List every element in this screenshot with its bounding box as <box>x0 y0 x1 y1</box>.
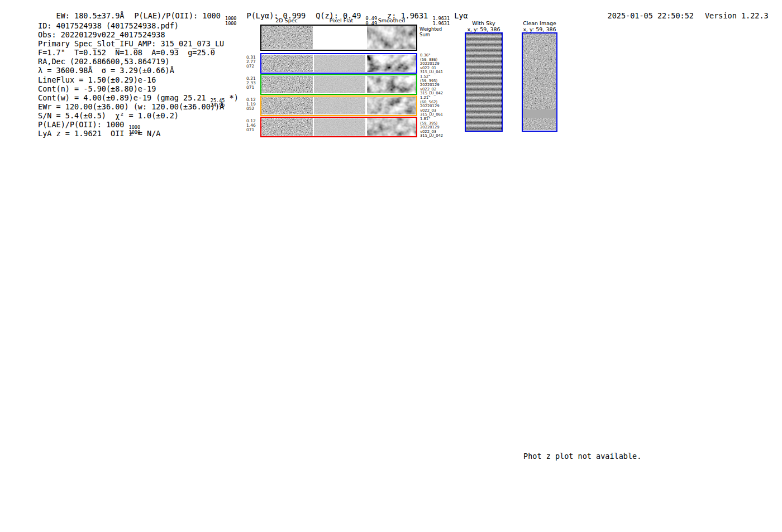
noise-svg <box>261 97 313 114</box>
spec2d-image <box>261 97 313 114</box>
spec2d-row-left-labels: 0.121.46071 <box>246 119 259 132</box>
fiber-weight-label: 071 <box>246 85 259 90</box>
info-line: RA,Dec (202.686600,53.864719) <box>38 57 239 66</box>
spec2d-row-left-labels: 0.212.33071 <box>246 76 259 90</box>
pixelflat-image <box>314 97 365 114</box>
clean-image-sky-band <box>523 109 556 118</box>
noise-svg <box>314 76 365 93</box>
header-plae-label: P(LAE)/P(OII): 1000 <box>134 11 220 20</box>
with-sky-image <box>465 32 503 132</box>
elixer-report-page: EW: 180.5±37.9ÅP(LAE)/P(OII): 1000 10001… <box>0 0 782 532</box>
info-line: Obs: 20220129v022_4017524938 <box>38 30 239 39</box>
smoothed-image <box>367 26 416 49</box>
noise-svg <box>261 26 313 49</box>
fiber-weight-label: 071 <box>246 128 259 132</box>
sky-panel-coords: x, y: 59, 386 <box>467 26 500 32</box>
noise-svg <box>367 97 416 114</box>
pixelflat-image <box>314 55 365 72</box>
detection-info-block: ID: 4017524938 (4017524938.pdf)Obs: 2022… <box>38 21 239 138</box>
info-line: S/N = 5.4(±0.5) χ² = 1.0(±0.2) <box>38 111 239 120</box>
with-sky-noise <box>466 33 501 130</box>
info-line: LineFlux = 1.50(±0.29)e-16 <box>38 75 239 84</box>
sky-panel-coords: x, y: 59, 386 <box>523 26 556 32</box>
smoothed-image <box>367 76 416 93</box>
info-line-post: *) <box>225 93 238 102</box>
header-line-name: Lyα <box>454 11 468 20</box>
header-version: Version 1.22.3 <box>705 11 769 20</box>
smoothed-image <box>367 97 416 114</box>
header-timestamp-version: 2025-01-05 22:50:52Version 1.22.3 <box>589 2 780 29</box>
info-line: Cont(n) = -5.90(±8.80)e-19 <box>38 84 239 93</box>
phot-z-note: Phot z plot not available. <box>523 452 641 461</box>
spec2d-row-right-labels: 1.81"(59, 395)20220129v022_03315_LU_042 <box>420 117 443 138</box>
pixelflat-image <box>314 118 365 136</box>
info-line: EWr = 120.00(±36.00) (w: 120.00(±36.00))… <box>38 102 239 111</box>
spec2d-image <box>261 76 313 93</box>
noise-svg <box>367 118 416 136</box>
header-timestamp: 2025-01-05 22:50:52 <box>608 11 694 20</box>
header-ew: EW: 180.5±37.9Å <box>56 11 125 20</box>
weighted-sum-label: WeightedSum <box>419 27 442 37</box>
pixelflat-image <box>314 76 365 93</box>
noise-svg <box>314 55 365 72</box>
clean-image <box>522 32 557 132</box>
info-line: Cont(w) = 4.00(±0.89)e-19 (gmag 25.21 25… <box>38 93 239 102</box>
noise-svg <box>367 26 416 49</box>
spec2d-image <box>261 118 313 136</box>
spec2d-row-left-labels: 0.312.77072 <box>246 55 259 69</box>
weighted-sum-line: Sum <box>419 32 442 38</box>
fiber-weight-label: 072 <box>246 64 259 69</box>
spec2d-row-right-labels: 1.52"(59, 395)20220129v022_02315_LU_042 <box>420 75 443 96</box>
fiber-weight-label: 052 <box>246 107 259 111</box>
spec2d-image <box>261 55 313 72</box>
smoothed-image <box>367 55 416 72</box>
spec2d-row-left-labels: 0.121.19052 <box>246 98 259 111</box>
z-lo: 1.9631 <box>432 21 450 26</box>
info-line: ID: 4017524938 (4017524938.pdf) <box>38 21 239 30</box>
pixelflat-image <box>314 26 365 49</box>
sky-panel-title: With Sky <box>472 20 495 26</box>
info-line-pre: P(LAE)/P(OII): 1000 <box>38 120 129 129</box>
spec2d-col-header: Smoothed <box>378 17 406 23</box>
spec2d-image <box>261 26 313 49</box>
fiber-id-label: 315_LU_042 <box>420 134 443 138</box>
info-line: F=1.7" T=0.152 N=1.08 A=0.93 g=25.0 <box>38 48 239 57</box>
spec2d-row-right-labels: 1.21"(60, 562)20220129v022_03315_LU_061 <box>420 96 443 117</box>
noise-svg <box>261 76 313 93</box>
noise-svg <box>261 55 313 72</box>
info-line: P(LAE)/P(OII): 1000 10001000 <box>38 120 239 129</box>
spec2d-row-right-labels: 0.36"(59, 386)20220129v022_01315_LU_041 <box>420 54 443 75</box>
noise-svg <box>466 33 501 130</box>
header-plae: P(LAE)/P(OII): 1000 10001000 <box>134 11 236 20</box>
spec2d-col-header: Pixel Flat <box>330 17 354 23</box>
spec2d-col-header: 2D Spec <box>275 17 298 23</box>
info-line: Primary Spec_Slot_IFU_AMP: 315_021_073_L… <box>38 39 239 48</box>
z-fraction: 1.96311.9631 <box>432 16 450 26</box>
noise-svg <box>367 55 416 72</box>
info-line: λ = 3600.98Å σ = 3.29(±0.66)Å <box>38 66 239 75</box>
noise-svg <box>367 76 416 93</box>
noise-svg <box>314 97 365 114</box>
sky-panel-title: Clean Image <box>523 20 556 26</box>
info-line: LyA z = 1.9621 OII z = N/A <box>38 129 239 138</box>
info-line-pre: Cont(w) = 4.00(±0.89)e-19 (gmag 25.21 <box>38 93 211 102</box>
noise-svg <box>261 118 313 136</box>
noise-svg <box>314 118 365 136</box>
smoothed-image <box>367 118 416 136</box>
